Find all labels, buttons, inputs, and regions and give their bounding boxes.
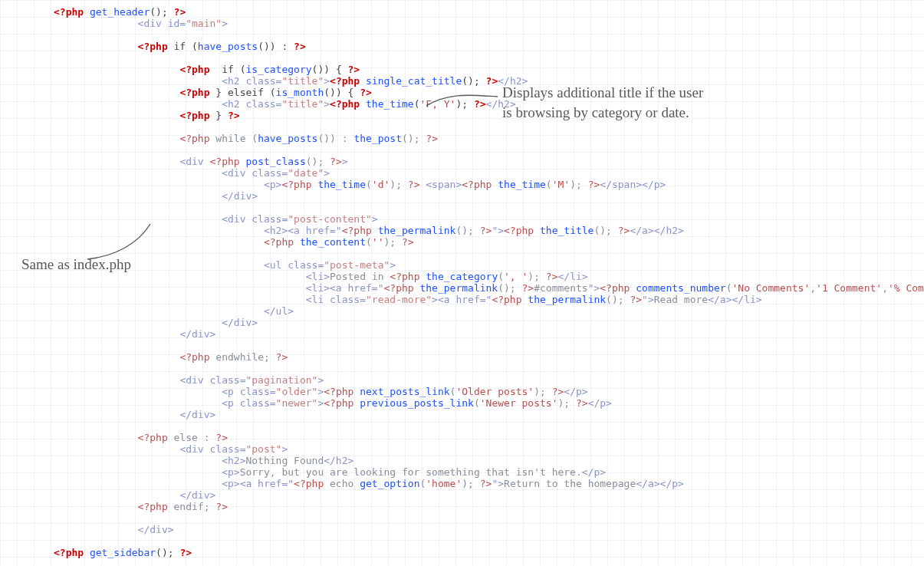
code-line: <div id="main">	[54, 18, 924, 29]
code-line: </div>	[54, 489, 924, 501]
code-line: <?php endwhile; ?>	[54, 351, 924, 363]
code-line: <div <?php post_class(); ?>>	[54, 156, 924, 167]
code-line	[54, 202, 924, 213]
code-line: <h2><a href="<?php the_permalink(); ?>">…	[54, 225, 924, 236]
code-line: </div>	[54, 317, 924, 328]
code-line	[54, 512, 924, 524]
code-line: <h2>Nothing Found</h2>	[54, 455, 924, 466]
code-line: <ul class="post-meta">	[54, 259, 924, 271]
code-line: <div class="post-content">	[54, 213, 924, 225]
code-line: <div class="pagination">	[54, 374, 924, 386]
code-line	[54, 29, 924, 41]
code-line: <li>Posted in <?php the_category(', '); …	[54, 271, 924, 282]
code-line: <?php get_header(); ?>	[54, 6, 924, 18]
code-line	[54, 535, 924, 547]
code-line: <li><a href="<?php the_permalink(); ?>#c…	[54, 282, 924, 294]
code-line: </div>	[54, 409, 924, 420]
code-line: </ul>	[54, 305, 924, 317]
code-line	[54, 144, 924, 156]
code-line: </div>	[54, 328, 924, 340]
code-line: <div class="post">	[54, 443, 924, 455]
code-line: <div class="date">	[54, 167, 924, 179]
code-line: <p><a href="<?php echo get_option('home'…	[54, 478, 924, 489]
code-line	[54, 340, 924, 351]
code-line: <?php if (is_category()) { ?>	[54, 64, 924, 75]
code-line: <h2 class="title"><?php single_cat_title…	[54, 75, 924, 87]
code-line: </div>	[54, 190, 924, 202]
code-line: <?php while (have_posts()) : the_post();…	[54, 133, 924, 144]
code-line: <p><?php the_time('d'); ?> <span><?php t…	[54, 179, 924, 190]
code-line: <?php get_sidebar(); ?>	[54, 547, 924, 558]
code-line: <?php else : ?>	[54, 432, 924, 443]
code-line	[54, 420, 924, 432]
code-line: <p class="newer"><?php previous_posts_li…	[54, 397, 924, 409]
code-line: <h2 class="title"><?php the_time('F, Y')…	[54, 98, 924, 110]
code-line: <?php if (have_posts()) : ?>	[54, 41, 924, 52]
annotation-category-date: Displays additional title if the user is…	[502, 83, 703, 123]
code-line	[54, 558, 924, 566]
code-line	[54, 121, 924, 133]
code-line: </div>	[54, 524, 924, 535]
annotation-same-as-index: Same as index.php	[21, 255, 131, 275]
code-line	[54, 52, 924, 64]
code-line: <p>Sorry, but you are looking for someth…	[54, 466, 924, 478]
code-line	[54, 248, 924, 259]
code-line: <?php } ?>	[54, 110, 924, 121]
code-line: <?php } elseif (is_month()) { ?>	[54, 87, 924, 98]
code-line: <li class="read-more"><a href="<?php the…	[54, 294, 924, 305]
code-block: <?php get_header(); ?> <div id="main"> <…	[54, 6, 924, 566]
code-line: <?php endif; ?>	[54, 501, 924, 512]
code-line	[54, 363, 924, 374]
code-line: <p class="older"><?php next_posts_link('…	[54, 386, 924, 397]
code-line: <?php the_content(''); ?>	[54, 236, 924, 248]
